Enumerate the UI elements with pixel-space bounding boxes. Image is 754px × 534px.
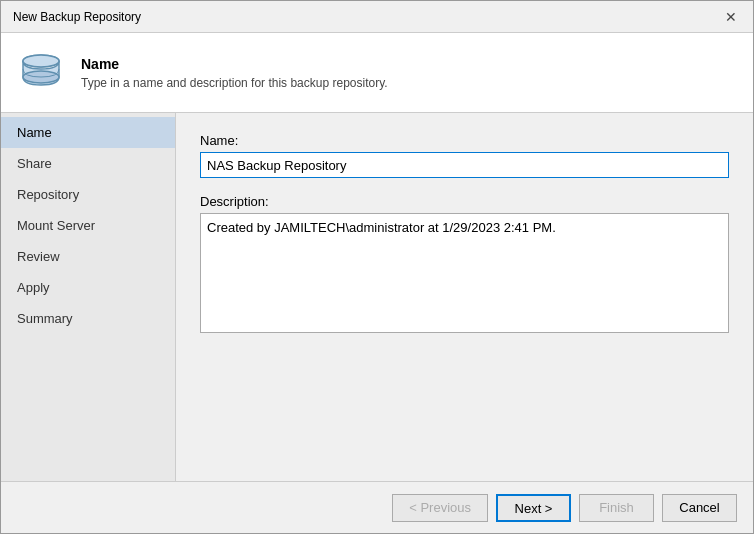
description-field-group: Description: bbox=[200, 194, 729, 336]
name-field-group: Name: bbox=[200, 133, 729, 178]
database-icon bbox=[17, 49, 65, 97]
dialog-body: Name Share Repository Mount Server Revie… bbox=[1, 113, 753, 481]
dialog-title: New Backup Repository bbox=[13, 10, 141, 24]
sidebar-item-name[interactable]: Name bbox=[1, 117, 175, 148]
cancel-button[interactable]: Cancel bbox=[662, 494, 737, 522]
close-button[interactable]: ✕ bbox=[721, 7, 741, 27]
dialog-header: Name Type in a name and description for … bbox=[1, 33, 753, 113]
name-label: Name: bbox=[200, 133, 729, 148]
sidebar-item-summary[interactable]: Summary bbox=[1, 303, 175, 334]
sidebar-item-mount-server[interactable]: Mount Server bbox=[1, 210, 175, 241]
title-bar: New Backup Repository ✕ bbox=[1, 1, 753, 33]
finish-button[interactable]: Finish bbox=[579, 494, 654, 522]
description-label: Description: bbox=[200, 194, 729, 209]
description-textarea[interactable] bbox=[200, 213, 729, 333]
sidebar-item-review[interactable]: Review bbox=[1, 241, 175, 272]
header-title: Name bbox=[81, 56, 388, 72]
new-backup-repository-dialog: New Backup Repository ✕ Name Type in a n… bbox=[0, 0, 754, 534]
next-button[interactable]: Next > bbox=[496, 494, 571, 522]
sidebar: Name Share Repository Mount Server Revie… bbox=[1, 113, 176, 481]
name-input[interactable] bbox=[200, 152, 729, 178]
sidebar-item-repository[interactable]: Repository bbox=[1, 179, 175, 210]
sidebar-item-apply[interactable]: Apply bbox=[1, 272, 175, 303]
dialog-footer: < Previous Next > Finish Cancel bbox=[1, 481, 753, 533]
svg-point-2 bbox=[23, 55, 59, 67]
previous-button[interactable]: < Previous bbox=[392, 494, 488, 522]
header-description: Type in a name and description for this … bbox=[81, 76, 388, 90]
main-content: Name: Description: bbox=[176, 113, 753, 481]
header-text: Name Type in a name and description for … bbox=[81, 56, 388, 90]
sidebar-item-share[interactable]: Share bbox=[1, 148, 175, 179]
